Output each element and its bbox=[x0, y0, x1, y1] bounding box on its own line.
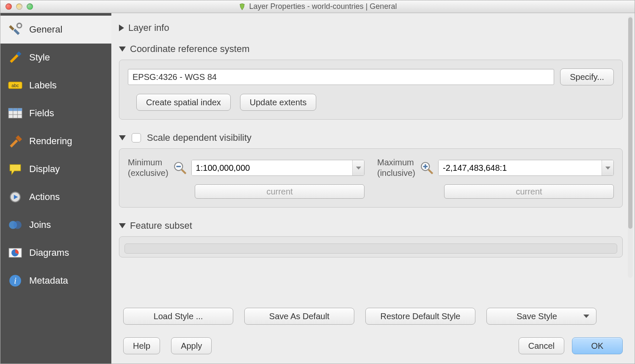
sidebar-item-label: Rendering bbox=[29, 136, 72, 147]
sidebar-item-rendering[interactable]: Rendering bbox=[0, 127, 111, 155]
window-title: Layer Properties - world-countries | Gen… bbox=[0, 2, 635, 11]
restore-default-style-button[interactable]: Restore Default Style bbox=[365, 308, 475, 325]
main-panel: Layer info Coordinate reference system S… bbox=[111, 13, 635, 364]
save-as-default-button[interactable]: Save As Default bbox=[244, 308, 354, 325]
max-scale-input[interactable] bbox=[439, 160, 602, 175]
svg-line-23 bbox=[428, 170, 433, 174]
chevron-right-icon bbox=[119, 25, 124, 31]
min-scale-label: Minimum (exclusive) bbox=[128, 157, 168, 178]
apply-button[interactable]: Apply bbox=[171, 337, 212, 354]
chevron-down-icon bbox=[119, 135, 126, 140]
sidebar-item-label: Style bbox=[29, 52, 50, 63]
section-title: Feature subset bbox=[130, 220, 192, 231]
svg-point-0 bbox=[17, 23, 22, 28]
update-extents-button[interactable]: Update extents bbox=[240, 94, 317, 111]
window-title-text: Layer Properties - world-countries | Gen… bbox=[249, 2, 397, 11]
sidebar-item-label: Fields bbox=[29, 108, 54, 119]
sidebar-item-label: Diagrams bbox=[29, 247, 69, 258]
crs-group: Specify... Create spatial index Update e… bbox=[119, 60, 623, 120]
max-current-button[interactable]: current bbox=[444, 184, 614, 199]
section-title: Scale dependent visibility bbox=[147, 132, 251, 143]
titlebar: Layer Properties - world-countries | Gen… bbox=[0, 0, 635, 13]
sidebar-item-actions[interactable]: Actions bbox=[0, 183, 111, 211]
section-feature-subset[interactable]: Feature subset bbox=[119, 215, 623, 236]
svg-line-19 bbox=[182, 170, 186, 174]
chevron-down-icon bbox=[119, 223, 126, 228]
zoom-out-icon bbox=[173, 161, 187, 175]
svg-text:abc: abc bbox=[11, 83, 19, 88]
svg-point-13 bbox=[14, 221, 22, 229]
zoom-in-icon bbox=[420, 161, 434, 175]
abc-label-icon: abc bbox=[8, 78, 22, 93]
sidebar-item-style[interactable]: Style bbox=[0, 44, 111, 71]
min-scale-input[interactable] bbox=[192, 160, 352, 175]
content-area: Layer info Coordinate reference system S… bbox=[111, 13, 635, 300]
sidebar-item-label: Display bbox=[29, 164, 60, 175]
section-crs[interactable]: Coordinate reference system bbox=[119, 38, 623, 60]
chevron-down-icon[interactable] bbox=[602, 160, 613, 175]
feature-subset-textarea[interactable] bbox=[124, 244, 617, 254]
layer-properties-window: Layer Properties - world-countries | Gen… bbox=[0, 0, 635, 364]
crs-input[interactable] bbox=[128, 69, 554, 85]
join-icon bbox=[8, 218, 22, 232]
help-button[interactable]: Help bbox=[123, 337, 160, 354]
save-style-dropdown[interactable]: Save Style bbox=[486, 308, 596, 325]
max-scale-combo[interactable] bbox=[438, 160, 614, 176]
scrollbar-thumb[interactable] bbox=[628, 17, 632, 229]
paintbrush-icon bbox=[8, 50, 22, 65]
sidebar-item-diagrams[interactable]: Diagrams bbox=[0, 239, 111, 267]
max-scale-label: Maximum (inclusive) bbox=[377, 157, 415, 178]
section-title: Coordinate reference system bbox=[130, 44, 249, 55]
sidebar-item-label: Joins bbox=[29, 219, 51, 230]
load-style-button[interactable]: Load Style ... bbox=[123, 308, 233, 325]
feature-subset-group bbox=[119, 236, 623, 257]
close-icon[interactable] bbox=[6, 3, 12, 10]
cancel-button[interactable]: Cancel bbox=[519, 337, 564, 354]
sidebar-item-label: Metadata bbox=[29, 275, 68, 286]
sidebar-item-label: Labels bbox=[29, 80, 57, 91]
brush-icon bbox=[8, 134, 22, 148]
chevron-down-icon[interactable] bbox=[352, 160, 364, 175]
window-controls bbox=[0, 3, 33, 10]
chevron-down-icon bbox=[119, 47, 126, 52]
ok-button[interactable]: OK bbox=[572, 337, 623, 354]
sidebar: General Style abc Labels Fields bbox=[0, 13, 111, 364]
specify-crs-button[interactable]: Specify... bbox=[560, 68, 614, 85]
min-current-button[interactable]: current bbox=[195, 184, 364, 199]
minimize-icon[interactable] bbox=[16, 3, 22, 10]
pie-chart-icon bbox=[8, 246, 22, 260]
gear-play-icon bbox=[8, 190, 22, 204]
table-icon bbox=[8, 106, 22, 120]
sidebar-item-label: Actions bbox=[29, 192, 60, 203]
section-layer-info[interactable]: Layer info bbox=[119, 17, 623, 38]
sidebar-item-labels[interactable]: abc Labels bbox=[0, 71, 111, 99]
speech-bubble-icon bbox=[8, 162, 22, 176]
section-title: Layer info bbox=[128, 22, 169, 33]
sidebar-item-general[interactable]: General bbox=[0, 16, 111, 44]
svg-text:i: i bbox=[14, 276, 17, 286]
qgis-app-icon bbox=[238, 3, 246, 11]
min-scale-combo[interactable] bbox=[191, 160, 364, 176]
sidebar-item-label: General bbox=[29, 24, 62, 35]
sidebar-item-metadata[interactable]: i Metadata bbox=[0, 267, 111, 295]
scale-visibility-checkbox[interactable] bbox=[132, 133, 141, 142]
create-spatial-index-button[interactable]: Create spatial index bbox=[136, 94, 231, 111]
sidebar-item-fields[interactable]: Fields bbox=[0, 99, 111, 127]
svg-rect-5 bbox=[8, 108, 22, 111]
info-icon: i bbox=[8, 274, 22, 288]
wrench-icon bbox=[8, 22, 22, 37]
scrollbar[interactable] bbox=[628, 16, 633, 278]
footer: Load Style ... Save As Default Restore D… bbox=[111, 300, 635, 364]
section-scale-visibility[interactable]: Scale dependent visibility bbox=[119, 127, 623, 148]
scale-group: Minimum (exclusive) bbox=[119, 148, 623, 208]
sidebar-item-joins[interactable]: Joins bbox=[0, 211, 111, 239]
zoom-icon[interactable] bbox=[27, 3, 33, 10]
sidebar-item-display[interactable]: Display bbox=[0, 155, 111, 183]
